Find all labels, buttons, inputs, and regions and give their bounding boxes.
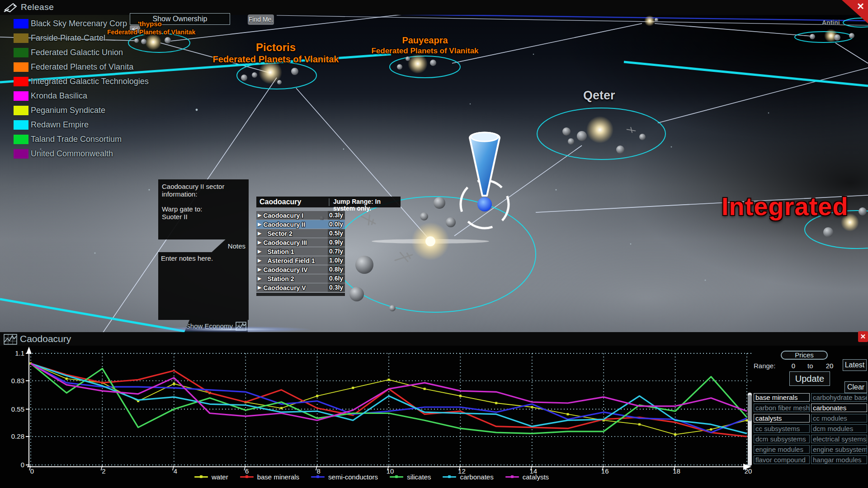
svg-text:0: 0: [21, 461, 24, 469]
system-row-name: Asteroid Field 1: [263, 257, 315, 264]
series-color-swatch: [240, 476, 254, 478]
series-name-label: silicates: [407, 473, 431, 481]
expand-arrow-icon[interactable]: ▶: [258, 276, 261, 282]
commodity-scrollbar-thumb[interactable]: [748, 395, 752, 421]
commodity-toggle[interactable]: carbohydrate base: [811, 393, 867, 402]
commodity-toggle[interactable]: electrical systems: [811, 435, 867, 443]
system-row-name: Caodoacury I: [263, 212, 303, 219]
notes-input[interactable]: [158, 252, 249, 320]
commodity-toggle[interactable]: dcm modules: [811, 424, 867, 433]
update-button[interactable]: Update: [789, 371, 830, 386]
series-name-label: water: [212, 473, 228, 481]
faction-color-swatch: [14, 91, 28, 101]
series-name-label: carbonates: [460, 473, 493, 481]
system-row[interactable]: ▶Asteroid Field 11.0ly: [256, 256, 345, 265]
system-list-title: Caodoacury: [259, 198, 301, 206]
find-me-button[interactable]: Find Me.: [248, 14, 274, 25]
faction-legend: Black Sky Mercenary CorpFarside Pirate C…: [14, 16, 149, 161]
svg-text:0.83: 0.83: [11, 377, 24, 385]
price-chart: 00.280.550.831.102468101214161820: [0, 346, 760, 481]
system-row-name: Sector 2: [263, 230, 292, 237]
system-row-range: 0.5ly: [328, 229, 345, 238]
commodity-list: base mineralscarbohydrate basecarbon fib…: [754, 393, 867, 464]
ownership-label-integrated: Integrated: [722, 192, 849, 221]
commodity-toggle[interactable]: flavor compound: [754, 455, 810, 464]
system-label-antini[interactable]: Antini: [822, 19, 840, 26]
clear-button[interactable]: Clear: [844, 381, 867, 393]
faction-name-label: Federated Planets of Vlanita: [31, 62, 133, 72]
commodity-toggle[interactable]: carbon fiber mesh: [754, 404, 810, 412]
commodity-scrollbar[interactable]: [748, 393, 752, 466]
system-label-pictoris[interactable]: Pictoris: [208, 41, 344, 54]
svg-text:2: 2: [102, 467, 105, 475]
system-row[interactable]: ▶Sector 20.5ly: [256, 229, 345, 238]
system-row[interactable]: ▶Caodoacury III0.9ly: [256, 238, 345, 247]
chart-legend-item: catalysts: [505, 473, 549, 481]
svg-text:18: 18: [673, 467, 680, 475]
system-row[interactable]: ▶Caodoacury IV0.8ly: [256, 265, 345, 274]
system-pauyeapra[interactable]: [397, 54, 436, 74]
notes-panel: [158, 252, 249, 320]
expand-arrow-icon[interactable]: ▶: [258, 239, 261, 245]
svg-text:0: 0: [30, 467, 34, 475]
expand-arrow-icon[interactable]: ▶: [258, 258, 261, 263]
system-list-panel: Caodoacury Jump Range: In system only. ▶…: [256, 197, 401, 292]
system-row[interactable]: ▶Caodoacury I0.3ly: [256, 211, 345, 220]
sector-info-panel: Caodoacury II sector information: Warp g…: [158, 179, 249, 239]
commodity-toggle[interactable]: cc subsystems: [754, 424, 810, 433]
svg-text:4: 4: [174, 467, 177, 475]
commodity-toggle[interactable]: base minerals: [754, 393, 810, 402]
faction-legend-item: Taland Trade Consortium: [14, 132, 149, 146]
faction-legend-item: Redawn Empire: [14, 117, 149, 132]
expand-arrow-icon[interactable]: ▶: [258, 230, 261, 236]
system-list-scrollbar[interactable]: [256, 293, 345, 296]
commodity-toggle[interactable]: engine modules: [754, 445, 810, 454]
system-row-name: Station 2: [263, 275, 294, 282]
system-row[interactable]: ▶Station 10.7ly: [256, 247, 345, 256]
economy-system-title: Caodoacury: [20, 333, 71, 344]
ship-logo-icon: [4, 2, 19, 14]
commodity-toggle[interactable]: dcm subsystems: [754, 435, 810, 443]
range-from-input[interactable]: 0: [788, 362, 799, 370]
system-row[interactable]: ▶Caodoacury V0.3ly: [256, 283, 345, 292]
expand-arrow-icon[interactable]: ▶: [258, 249, 261, 254]
system-label-qeter[interactable]: Qeter: [583, 89, 615, 103]
close-icon: ✕: [857, 1, 864, 12]
system-label-pauyeapra[interactable]: Pauyeapra: [357, 35, 493, 46]
series-color-swatch: [443, 476, 456, 478]
system-row-name: Caodoacury III: [263, 239, 307, 246]
faction-legend-item: United Commonwealth: [14, 146, 149, 161]
system-row-range: 0.6ly: [328, 274, 345, 283]
faction-label-pictoris: Federated Planets of Vlanitak: [199, 54, 353, 65]
commodity-toggle[interactable]: carbonates: [811, 404, 867, 412]
range-to-input[interactable]: 20: [823, 362, 836, 370]
expand-arrow-icon[interactable]: ▶: [258, 285, 261, 291]
series-color-swatch: [194, 476, 208, 478]
close-economy-button[interactable]: ✕: [858, 331, 868, 342]
system-row[interactable]: ▶Station 20.6ly: [256, 274, 345, 283]
svg-text:16: 16: [601, 467, 609, 475]
faction-color-swatch: [14, 33, 28, 43]
system-row[interactable]: ▶Caodoacury II0.0ly: [256, 220, 345, 229]
sector-info-title: Caodoacury II sector information:: [162, 183, 245, 198]
faction-name-label: Federated Galactic Union: [31, 48, 123, 57]
app-version-label: Release: [21, 2, 54, 12]
system-label-thypso[interactable]: 'thypso: [138, 20, 162, 28]
series-color-swatch: [505, 476, 519, 478]
commodity-toggle[interactable]: catalysts: [754, 414, 810, 422]
commodity-toggle[interactable]: cc modules: [811, 414, 867, 422]
system-row-name: Station 1: [263, 248, 294, 255]
expand-arrow-icon[interactable]: ▶: [258, 212, 261, 218]
faction-name-label: Farside Pirate Cartel: [31, 33, 105, 43]
commodity-toggle[interactable]: hangar modules: [811, 455, 867, 464]
commodity-toggle[interactable]: engine subsystems: [811, 445, 867, 454]
faction-legend-item: Kronda Basilica: [14, 89, 149, 103]
latest-button[interactable]: Latest: [843, 359, 867, 371]
prices-button[interactable]: Prices: [781, 351, 828, 360]
faction-color-swatch: [14, 19, 28, 28]
warp-gate-target[interactable]: Suoter II: [162, 213, 245, 221]
expand-arrow-icon[interactable]: ▶: [258, 221, 261, 227]
faction-name-label: Integrated Galactic Technologies: [31, 77, 149, 86]
expand-arrow-icon[interactable]: ▶: [258, 267, 261, 272]
galaxy-map[interactable]: Release Black Sky Mercenary CorpFarside …: [0, 0, 868, 332]
